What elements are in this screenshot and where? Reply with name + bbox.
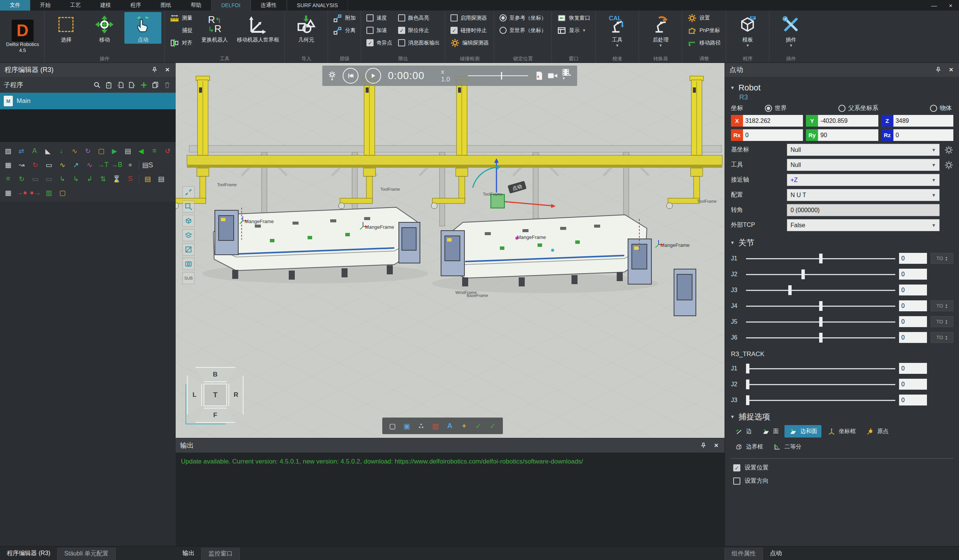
chart-icon[interactable]: ▥ (430, 420, 441, 431)
close-icon[interactable]: × (942, 0, 959, 11)
ribbon-radio-至参考（坐标）[interactable]: 至参考（坐标） (497, 12, 548, 24)
snap-button-二等分[interactable]: 二等分 (769, 441, 806, 453)
statusbar-tab-Stäubli 单元配置[interactable]: Stäubli 单元配置 (57, 547, 116, 560)
annotation-icon[interactable]: A (444, 420, 456, 431)
ribbon-button-工具[interactable]: CAL工具▼ (599, 12, 636, 49)
editor-tool-icon-0-2[interactable]: A (30, 146, 40, 156)
editor-tool-icon-1-4[interactable]: ∿ (57, 160, 67, 170)
editor-tool-icon-0-5[interactable]: ∿ (70, 146, 80, 156)
editor-tool-icon-2-4[interactable]: ↳ (57, 174, 67, 184)
statusbar-tab-组件属性[interactable]: 组件属性 (725, 547, 763, 560)
editor-tool-icon-0-6[interactable]: ↻ (83, 146, 93, 156)
views-icon[interactable] (182, 215, 194, 227)
fit-view-icon[interactable] (182, 186, 194, 198)
ribbon-check-启用探测器[interactable]: 启用探测器 (448, 12, 491, 24)
editor-tool-icon-1-7[interactable]: →T (98, 160, 108, 170)
editor-tool-icon-2-8[interactable]: ⌛ (112, 174, 122, 184)
ribbon-check-消息面板输出[interactable]: 消息面板输出 (396, 37, 442, 49)
editor-tool-icon-1-5[interactable]: ↗ (71, 160, 81, 170)
ribbon-button-选择[interactable]: 选择 (48, 12, 84, 44)
editor-tool-icon-2-12[interactable]: ▤ (156, 174, 166, 184)
section-icon[interactable] (182, 243, 194, 256)
menu-tab-SURF ANALYSIS[interactable]: SURF ANALYSIS (287, 0, 348, 11)
view-front-face[interactable]: F (195, 408, 235, 423)
menu-tab-开始[interactable]: 开始 (30, 0, 60, 11)
ribbon-button-移动路径[interactable]: 移动路径 (685, 37, 723, 49)
axis-value-Rz[interactable]: 0 (894, 129, 953, 141)
editor-tool-icon-1-1[interactable]: ↝ (17, 160, 27, 170)
view-back-face[interactable]: B (195, 367, 235, 382)
dropdown-接近轴[interactable]: +Z▼ (787, 174, 940, 186)
ribbon-button-捕捉[interactable]: 捕捉 (168, 24, 194, 36)
trash-icon[interactable] (162, 80, 172, 90)
ribbon-button-附加[interactable]: 附加 (331, 12, 358, 24)
axis-value-Ry[interactable]: 90 (818, 129, 878, 141)
pin-icon[interactable] (699, 442, 707, 449)
section-snap-options[interactable]: ▼捕捉选项 (730, 412, 954, 422)
axis-value-Rx[interactable]: 0 (743, 129, 803, 141)
ribbon-check-奇异点[interactable]: ✓奇异点 (364, 37, 394, 49)
ribbon-button-恢复窗口[interactable]: 恢复窗口 (555, 12, 592, 24)
view-right-face[interactable]: R (228, 375, 244, 415)
ribbon-button-更换机器人[interactable]: R↰↳R更换机器人 (196, 12, 233, 44)
ribbon-button-点动[interactable]: 点动 (124, 12, 161, 44)
editor-tool-icon-3-2[interactable]: ●→ (30, 188, 40, 198)
3d-viewport[interactable]: 点动 ▼ 0:00:00 x 1.0 A ▼ SUB (176, 62, 725, 438)
slider-handle[interactable] (819, 333, 822, 342)
joint-value-J5[interactable]: 0 (899, 316, 927, 327)
ribbon-button-模板[interactable]: 模板▼ (729, 12, 766, 49)
slider-handle[interactable] (788, 285, 792, 295)
editor-tool-icon-1-3[interactable]: ▭ (44, 160, 54, 170)
joint-slider-J2[interactable] (746, 269, 895, 279)
editor-tool-icon-1-2[interactable]: ↻ (30, 160, 40, 170)
coordinate-radio-世界[interactable]: 世界 (765, 104, 787, 112)
section-joints[interactable]: ▼关节 (730, 237, 954, 248)
ribbon-button-PnP坐标[interactable]: PnP坐标 (685, 24, 723, 36)
video-record-icon[interactable] (548, 72, 558, 80)
ribbon-button-测量[interactable]: 测量 (168, 12, 194, 24)
editor-tool-icon-3-1[interactable]: →● (17, 188, 27, 198)
editor-tool-icon-2-3[interactable]: ▭ (44, 174, 54, 184)
menu-tab-工艺[interactable]: 工艺 (60, 0, 91, 11)
editor-tool-icon-3-4[interactable]: ▢ (57, 188, 67, 198)
slider-handle[interactable] (746, 364, 749, 374)
editor-tool-icon-1-0[interactable]: ▦ (3, 160, 13, 170)
ribbon-button-对齐[interactable]: 对齐 (168, 37, 194, 49)
zoom-window-icon[interactable] (182, 200, 194, 213)
checkbox-消息面板输出[interactable] (398, 39, 405, 46)
editor-tool-icon-1-8[interactable]: →B (112, 160, 122, 170)
editor-tool-icon-0-11[interactable]: ≡ (149, 146, 159, 156)
editor-tool-icon-0-3[interactable]: ◣ (43, 146, 53, 156)
import-page-icon[interactable] (116, 80, 125, 90)
dropdown-转角[interactable]: 0 (000000) (787, 204, 940, 216)
axis-value-Y[interactable]: -4020.859 (818, 115, 878, 127)
snap-button-面[interactable]: 面 (757, 425, 783, 438)
check-icon[interactable]: ✓ (487, 420, 499, 431)
editor-tool-icon-2-2[interactable]: ▭ (30, 174, 40, 184)
joint-value-J3[interactable]: 0 (899, 285, 927, 296)
checkbox-碰撞时停止[interactable]: ✓ (451, 27, 458, 34)
dropdown-外部TCP[interactable]: False▼ (787, 219, 940, 231)
radio-物体[interactable] (930, 105, 937, 112)
ribbon-check-碰撞时停止[interactable]: ✓碰撞时停止 (448, 24, 491, 36)
snap-button-坐标框[interactable]: 坐标框 (823, 425, 860, 438)
joint-value-J1[interactable]: 0 (899, 363, 927, 374)
snap-button-边界框[interactable]: 边界框 (730, 441, 767, 453)
slider-handle[interactable] (746, 380, 749, 389)
playback-settings-gear-icon[interactable]: ▼ (328, 71, 336, 81)
ribbon-button-显示[interactable]: 显示▼ (555, 24, 592, 36)
ribbon-check-限位停止[interactable]: ✓限位停止 (396, 24, 442, 36)
view-navigation-cube[interactable]: B L R F T (187, 367, 244, 423)
editor-tool-icon-2-0[interactable]: ≡ (3, 174, 13, 184)
approve-circle-icon[interactable]: ✓ (473, 420, 484, 431)
slider-handle[interactable] (801, 269, 805, 279)
pdf-export-icon[interactable]: A (535, 71, 543, 80)
ribbon-radio-至世界（坐标）[interactable]: 至世界（坐标） (497, 24, 548, 36)
snap-button-边[interactable]: 边 (730, 425, 756, 438)
joint-value-J2[interactable]: 0 (899, 379, 927, 390)
ribbon-check-颜色高亮[interactable]: 颜色高亮 (396, 12, 442, 24)
to-button-J6[interactable]: TO▲▼ (931, 332, 953, 343)
view-left-face[interactable]: L (187, 375, 202, 415)
joint-slider-J4[interactable] (746, 301, 895, 311)
dropdown-工具[interactable]: Null▼ (787, 159, 940, 171)
